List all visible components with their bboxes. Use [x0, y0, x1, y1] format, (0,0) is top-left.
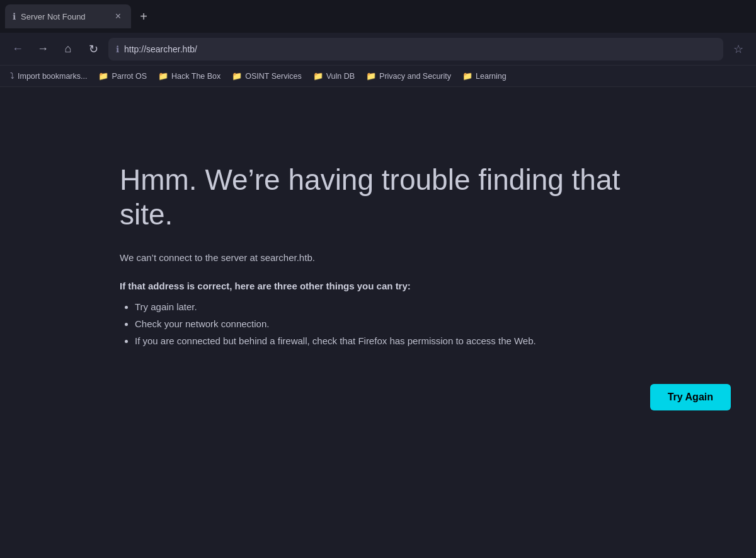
error-bold-text: If that address is correct, here are thr…	[120, 281, 636, 291]
bookmark-parrot-label: Parrot OS	[112, 72, 147, 81]
nav-bar: ← → ⌂ ↻ ℹ http://searcher.htb/ ☆	[0, 33, 756, 66]
forward-button[interactable]: →	[33, 39, 53, 59]
bookmark-htb-label: Hack The Box	[171, 72, 220, 81]
import-icon: ⤵	[10, 71, 14, 81]
error-heading: Hmm. We’re having trouble finding that s…	[120, 163, 636, 232]
bookmark-vuln[interactable]: 📁 Vuln DB	[308, 69, 360, 83]
main-content: Hmm. We’re having trouble finding that s…	[0, 87, 756, 558]
new-tab-button[interactable]: +	[134, 6, 154, 26]
folder-icon: 📁	[232, 71, 242, 81]
list-item: If you are connected but behind a firewa…	[135, 335, 636, 346]
folder-icon: 📁	[366, 71, 376, 81]
folder-icon: 📁	[462, 71, 472, 81]
bookmark-osint-label: OSINT Services	[245, 72, 301, 81]
home-icon: ⌂	[65, 42, 72, 55]
bookmark-osint[interactable]: 📁 OSINT Services	[227, 69, 306, 83]
try-again-container: Try Again	[0, 384, 756, 410]
tab-title: Server Not Found	[21, 12, 108, 21]
error-list: Try again later. Check your network conn…	[120, 301, 636, 346]
home-button[interactable]: ⌂	[58, 39, 78, 59]
list-item: Check your network connection.	[135, 318, 636, 329]
bookmark-import-label: Import bookmarks...	[18, 72, 87, 81]
folder-icon: 📁	[313, 71, 323, 81]
bookmark-privacy-label: Privacy and Security	[379, 72, 451, 81]
reload-button[interactable]: ↻	[83, 39, 103, 59]
bookmark-learning[interactable]: 📁 Learning	[457, 69, 512, 83]
list-item: Try again later.	[135, 301, 636, 312]
bookmark-vuln-label: Vuln DB	[326, 72, 355, 81]
try-again-button[interactable]: Try Again	[650, 384, 731, 410]
reload-icon: ↻	[89, 42, 98, 56]
bookmark-parrot[interactable]: 📁 Parrot OS	[93, 69, 152, 83]
bookmark-htb[interactable]: 📁 Hack The Box	[153, 69, 226, 83]
error-subtext: We can’t connect to the server at search…	[120, 252, 636, 263]
url-text: http://searcher.htb/	[124, 44, 716, 54]
tab-close-button[interactable]: ×	[113, 9, 123, 23]
error-container: Hmm. We’re having trouble finding that s…	[94, 163, 662, 371]
folder-icon: 📁	[158, 71, 168, 81]
bookmark-star-button[interactable]: ☆	[728, 39, 748, 59]
bookmarks-bar: ⤵ Import bookmarks... 📁 Parrot OS 📁 Hack…	[0, 66, 756, 87]
tab-info-icon: ℹ	[13, 11, 16, 21]
address-bar[interactable]: ℹ http://searcher.htb/	[108, 38, 723, 61]
bookmark-import[interactable]: ⤵ Import bookmarks...	[5, 69, 92, 83]
tab-bar: ℹ Server Not Found × +	[0, 0, 756, 33]
bookmark-learning-label: Learning	[476, 72, 507, 81]
active-tab[interactable]: ℹ Server Not Found ×	[5, 4, 131, 28]
star-icon: ☆	[733, 42, 743, 56]
security-icon: ℹ	[116, 44, 119, 54]
folder-icon: 📁	[98, 71, 108, 81]
bookmark-privacy[interactable]: 📁 Privacy and Security	[361, 69, 456, 83]
back-button[interactable]: ←	[8, 39, 28, 59]
